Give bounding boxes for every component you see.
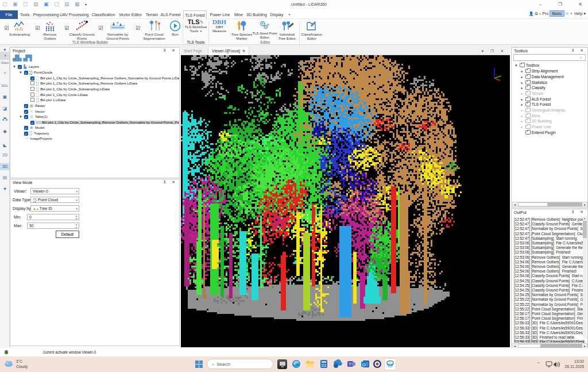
svg-text:O: O [362, 362, 365, 367]
svg-text:✳: ✳ [116, 21, 119, 25]
svg-text:T: T [349, 362, 351, 367]
